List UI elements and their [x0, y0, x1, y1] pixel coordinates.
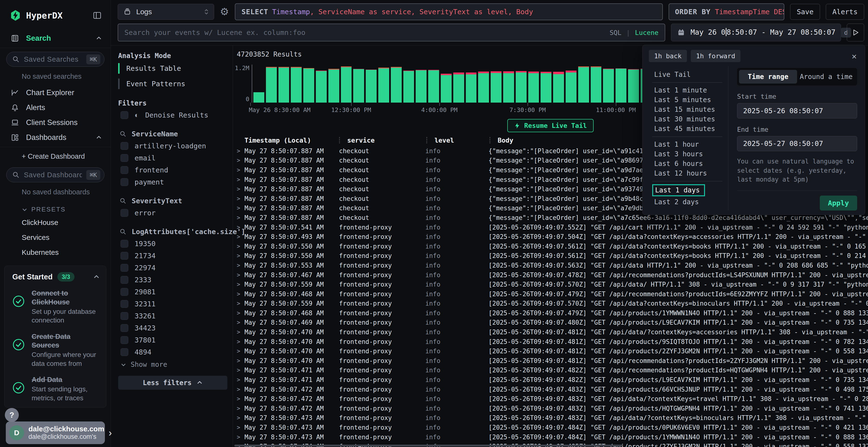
checkbox[interactable] [121, 312, 128, 320]
source-select[interactable]: Logs [118, 4, 214, 20]
table-row[interactable]: >May 27 8:50:07.467 AMfrontend-proxyinfo… [233, 270, 868, 280]
table-row[interactable]: >May 27 8:50:07.473 AMfrontend-proxyinfo… [233, 423, 868, 432]
saved-dashboards-input[interactable]: Saved Dashboards ⌘K [6, 167, 104, 182]
saved-searches-input[interactable]: Saved Searches ⌘K [6, 52, 104, 67]
row-expand-chevron[interactable]: > [233, 434, 245, 441]
checkbox[interactable] [121, 288, 128, 296]
table-row[interactable]: >May 27 8:50:07.493 AMfrontend-proxyinfo… [233, 232, 868, 242]
shift-1h-forward-button[interactable]: 1h forward [691, 50, 741, 62]
filter-checkbox-item[interactable]: 29081 [121, 288, 227, 296]
event-search-input[interactable]: Search your events w/ Lucene ex. column:… [118, 24, 665, 41]
checkbox[interactable] [121, 240, 128, 248]
help-button[interactable]: ? [5, 408, 19, 422]
mode-event-patterns[interactable]: Event Patterns [118, 77, 227, 91]
time-option[interactable]: Last 1 minute [652, 85, 723, 95]
checkbox[interactable] [121, 276, 128, 284]
close-icon[interactable]: ✕ [852, 51, 859, 61]
row-expand-chevron[interactable]: > [233, 214, 245, 221]
resume-live-tail-button[interactable]: Resume Live Tail [507, 119, 594, 132]
table-row[interactable]: >May 27 8:50:07.550 AMfrontend-proxyinfo… [233, 242, 868, 251]
checkbox[interactable] [121, 154, 128, 162]
save-button[interactable]: Save [790, 4, 820, 20]
col-header-level[interactable]: level [434, 137, 490, 144]
less-filters-button[interactable]: Less filters [118, 376, 227, 390]
filter-checkbox-item[interactable]: email [121, 154, 227, 162]
filter-checkbox-item[interactable]: 34423 [121, 324, 227, 332]
checkbox[interactable] [121, 178, 128, 186]
table-row[interactable]: >May 27 8:50:07.541 AMfrontend-proxyinfo… [233, 222, 868, 232]
filter-checkbox-item[interactable]: artillery-loadgen [121, 142, 227, 150]
column-resize-handle[interactable] [339, 137, 340, 143]
row-expand-chevron[interactable]: > [233, 357, 245, 364]
filter-checkbox-item[interactable]: frontend [121, 166, 227, 174]
collapse-sidebar-icon[interactable] [92, 10, 102, 20]
column-resize-handle[interactable] [490, 137, 490, 143]
checkbox[interactable] [121, 111, 128, 119]
time-option[interactable]: Last 3 hours [652, 149, 723, 159]
time-option[interactable]: Last 2 days [652, 197, 723, 207]
row-expand-chevron[interactable]: > [233, 376, 245, 383]
filter-checkbox-item[interactable]: error [121, 209, 227, 217]
time-option[interactable]: Last 15 minutes [652, 105, 723, 114]
order-by-editor[interactable]: ORDER BY TimestampTime DESC [669, 3, 784, 20]
row-expand-chevron[interactable]: > [233, 414, 245, 421]
row-expand-chevron[interactable]: > [233, 338, 245, 345]
table-row[interactable]: >May 27 8:50:07.559 AMfrontend-proxyinfo… [233, 299, 868, 309]
row-expand-chevron[interactable]: > [233, 224, 245, 231]
row-expand-chevron[interactable]: > [233, 167, 245, 173]
time-option[interactable]: Last 6 hours [652, 159, 723, 169]
table-row[interactable]: >May 27 8:50:07.473 AMfrontend-proxyinfo… [233, 413, 868, 423]
end-time-input[interactable]: 2025-05-27 08:50:07 [737, 136, 857, 151]
row-expand-chevron[interactable]: > [233, 310, 245, 316]
table-row[interactable]: >May 27 8:50:07.470 AMfrontend-proxyinfo… [233, 346, 868, 356]
time-option[interactable]: Last 1 hour [652, 140, 723, 149]
start-time-input[interactable]: 2025-05-26 08:50:07 [737, 103, 857, 118]
row-expand-chevron[interactable]: > [233, 176, 245, 183]
col-header-timestamp[interactable]: Timestamp (Local) [245, 137, 339, 144]
table-row[interactable]: >May 27 8:50:07.472 AMfrontend-proxyinfo… [233, 404, 868, 413]
denoise-results-toggle[interactable]: ◐ Denoise Results [121, 111, 227, 119]
lang-toggle-lucene[interactable]: Lucene [635, 29, 658, 36]
checkbox[interactable] [121, 142, 128, 150]
checkbox[interactable] [121, 166, 128, 174]
sidebar-item-alerts[interactable]: Alerts [0, 100, 111, 115]
checkbox[interactable] [121, 209, 128, 217]
shift-1h-back-button[interactable]: 1h back [649, 50, 687, 62]
filter-checkbox-item[interactable]: 2333 [121, 276, 227, 284]
row-expand-chevron[interactable]: > [233, 424, 245, 431]
row-expand-chevron[interactable]: > [233, 205, 245, 211]
time-option[interactable]: Live Tail [652, 70, 723, 79]
filter-checkbox-item[interactable]: 19350 [121, 240, 227, 248]
row-expand-chevron[interactable]: > [233, 329, 245, 336]
sidebar-item-dashboards[interactable]: Dashboards [0, 130, 111, 145]
create-dashboard-button[interactable]: + Create Dashboard [0, 149, 111, 164]
user-profile-chip[interactable]: D dale@clickhouse.com dale@clickhouse.co… [6, 421, 105, 444]
checkbox[interactable] [121, 264, 128, 272]
sidebar-item-client-sessions[interactable]: Client Sessions [0, 115, 111, 130]
time-option[interactable]: Last 1 days [652, 184, 705, 196]
alerts-button[interactable]: Alerts [826, 4, 864, 20]
preset-kubernetes[interactable]: Kubernetes [0, 245, 111, 260]
row-expand-chevron[interactable]: > [233, 148, 245, 154]
table-row[interactable]: >May 27 8:50:07.472 AMfrontend-proxyinfo… [233, 385, 868, 394]
tab-around-a-time[interactable]: Around a time [797, 70, 855, 83]
row-expand-chevron[interactable]: > [233, 348, 245, 354]
filter-checkbox-item[interactable]: 22974 [121, 264, 227, 272]
row-expand-chevron[interactable]: > [233, 281, 245, 288]
row-expand-chevron[interactable]: > [233, 262, 245, 269]
lang-toggle-sql[interactable]: SQL [610, 29, 621, 36]
table-row[interactable]: >May 27 8:50:07.550 AMfrontend-proxyinfo… [233, 251, 868, 261]
filter-checkbox-item[interactable]: 37801 [121, 336, 227, 344]
filter-checkbox-item[interactable]: payment [121, 178, 227, 186]
mode-results-table[interactable]: Results Table [118, 62, 227, 75]
row-expand-chevron[interactable]: > [233, 272, 245, 278]
onboarding-step[interactable]: Create Data Sources Configure where your… [12, 332, 100, 368]
row-expand-chevron[interactable]: > [233, 243, 245, 250]
table-row[interactable]: >May 27 8:50:07.471 AMfrontend-proxyinfo… [233, 375, 868, 385]
source-settings-gear-icon[interactable]: ⚙ [220, 7, 229, 17]
row-expand-chevron[interactable]: > [233, 300, 245, 307]
preset-clickhouse[interactable]: ClickHouse [0, 215, 111, 230]
sidebar-item-chart-explorer[interactable]: Chart Explorer [0, 85, 111, 100]
filter-checkbox-item[interactable]: 32311 [121, 300, 227, 308]
table-row[interactable]: >May 27 8:50:07.468 AMfrontend-proxyinfo… [233, 289, 868, 299]
